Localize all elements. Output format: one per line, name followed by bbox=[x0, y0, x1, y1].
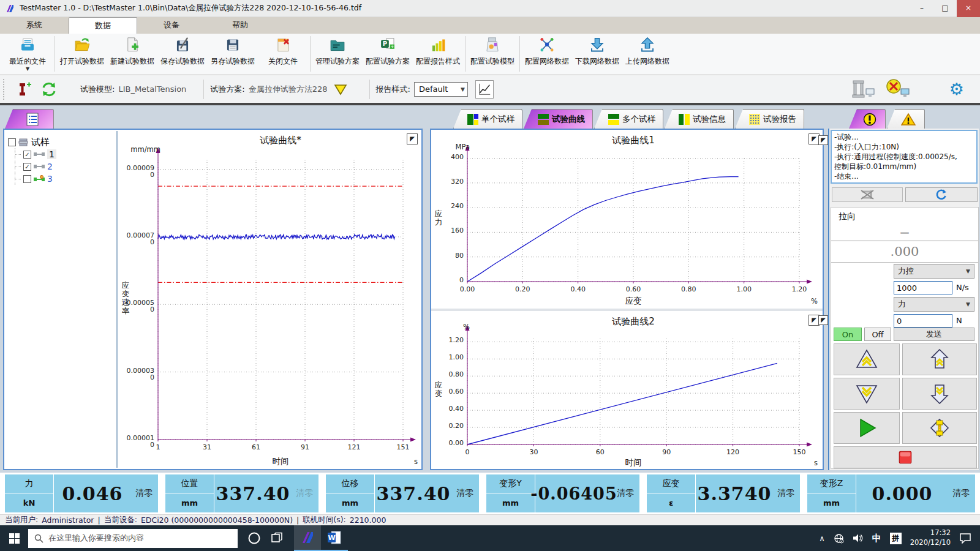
test-info-icon bbox=[679, 114, 690, 125]
fast-down-button[interactable] bbox=[834, 378, 900, 410]
svg-text:1.00: 1.00 bbox=[449, 353, 464, 361]
recent-files-button[interactable]: 最近的文件 ▼ bbox=[2, 34, 53, 74]
search-input[interactable]: 在这里输入你要搜索的内容 bbox=[28, 529, 238, 548]
upload-network-button[interactable]: 上传网络数据 bbox=[622, 34, 673, 74]
alarm-offline-icon[interactable] bbox=[884, 78, 910, 100]
ime-mode-indicator[interactable]: 拼 bbox=[890, 533, 902, 544]
specimen-checkbox[interactable]: ✓ bbox=[23, 163, 31, 171]
target-type-select[interactable]: 力▼ bbox=[894, 297, 974, 312]
clear-button[interactable]: 清零 bbox=[948, 474, 974, 512]
clear-button[interactable]: 清零 bbox=[612, 474, 638, 512]
svg-text:0: 0 bbox=[150, 305, 154, 313]
specimen-checkbox[interactable]: ✓ bbox=[23, 151, 31, 159]
menu-item-data[interactable]: 数据 bbox=[69, 17, 137, 34]
config-model-button[interactable]: 配置试验模型 bbox=[467, 34, 518, 74]
chart-expand-button[interactable]: ◤ bbox=[407, 133, 418, 144]
config-report-button[interactable]: 配置报告样式 bbox=[413, 34, 463, 74]
strain-rate-chart: 13161911211510.0000900.0000700.0000500.0… bbox=[119, 131, 421, 468]
menu-bar: 系统 数据 设备 帮助 bbox=[0, 17, 980, 34]
tree-root[interactable]: 试样 bbox=[8, 136, 114, 148]
readout-unit: ε bbox=[647, 493, 695, 512]
save-as-icon bbox=[224, 36, 242, 56]
start-button[interactable] bbox=[0, 525, 28, 551]
machine-status-icon[interactable] bbox=[851, 80, 875, 99]
tab-test-report[interactable]: 试验报告 bbox=[735, 109, 804, 129]
svg-text:60: 60 bbox=[596, 448, 605, 456]
scheme-value: 金属拉伸试验方法228 bbox=[249, 84, 328, 95]
up-button[interactable] bbox=[902, 343, 977, 375]
ime-language-indicator[interactable]: 中 bbox=[872, 533, 881, 544]
specimen-setup-button[interactable] bbox=[902, 412, 977, 444]
taskbar-app-word[interactable]: W bbox=[321, 525, 348, 551]
close-button[interactable]: × bbox=[957, 0, 980, 17]
task-view-icon[interactable] bbox=[271, 532, 283, 544]
manage-scheme-button[interactable]: 管理试验方案 bbox=[312, 34, 363, 74]
settings-gear-icon[interactable]: ⚙ bbox=[949, 80, 964, 99]
clear-button[interactable]: 清零 bbox=[292, 474, 317, 512]
fast-up-button[interactable] bbox=[834, 343, 900, 375]
collapse-panel-button[interactable]: ◤ bbox=[818, 135, 828, 145]
log-line: 控制目标:0.01mm/mm) bbox=[834, 162, 974, 171]
down-button[interactable] bbox=[902, 378, 977, 410]
report-style-select[interactable]: Default▼ bbox=[414, 82, 468, 97]
config-network-button[interactable]: 配置网络数据 bbox=[522, 34, 572, 74]
collapse-panel-button[interactable]: ◤ bbox=[818, 315, 828, 325]
reconnect-button[interactable] bbox=[905, 187, 978, 202]
specimen-item-3[interactable]: 3 bbox=[15, 173, 114, 185]
save-data-button[interactable]: 保存试验数据 bbox=[157, 34, 208, 74]
add-specimen-icon[interactable] bbox=[15, 81, 31, 97]
menu-item-device[interactable]: 设备 bbox=[137, 17, 206, 34]
stop-button[interactable] bbox=[834, 446, 977, 468]
refresh-icon[interactable] bbox=[41, 81, 57, 97]
open-data-button[interactable]: 打开试验数据 bbox=[57, 34, 107, 74]
svg-text:0.60: 0.60 bbox=[449, 388, 464, 395]
root-checkbox[interactable] bbox=[8, 138, 16, 146]
network-globe-icon[interactable] bbox=[834, 533, 844, 544]
specimen-item-2[interactable]: ✓ 2 bbox=[15, 160, 114, 173]
download-network-button[interactable]: 下载网络数据 bbox=[572, 34, 622, 74]
off-button[interactable]: Off bbox=[864, 328, 891, 341]
tab-single-specimen[interactable]: 单个试样 bbox=[453, 109, 522, 129]
menu-item-help[interactable]: 帮助 bbox=[206, 17, 274, 34]
cortana-icon[interactable] bbox=[247, 531, 261, 545]
svg-text:121: 121 bbox=[348, 443, 361, 451]
save-as-data-button[interactable]: 另存试验数据 bbox=[208, 34, 258, 74]
chevron-down-icon: ▼ bbox=[26, 67, 29, 71]
clamp-disabled-button[interactable] bbox=[832, 187, 903, 202]
notification-center-icon[interactable] bbox=[959, 533, 971, 544]
curve-settings-button[interactable] bbox=[475, 80, 494, 99]
control-mode-select[interactable]: 力控▼ bbox=[894, 264, 974, 279]
maximize-button[interactable]: □ bbox=[933, 0, 957, 17]
menu-item-system[interactable]: 系统 bbox=[0, 17, 69, 34]
clear-button[interactable]: 清零 bbox=[452, 474, 478, 512]
specimen-checkbox[interactable] bbox=[23, 175, 31, 183]
tab-alarms[interactable] bbox=[887, 109, 925, 129]
scheme-warning-icon[interactable] bbox=[334, 83, 347, 96]
specimen-item-1[interactable]: ✓ 1 bbox=[15, 148, 114, 160]
svg-text:0: 0 bbox=[150, 441, 154, 449]
tray-chevron-icon[interactable]: ∧ bbox=[819, 534, 825, 543]
svg-text:320: 320 bbox=[451, 178, 464, 186]
toolbar-grip[interactable] bbox=[3, 79, 7, 100]
taskbar-app-testmaster[interactable] bbox=[294, 525, 321, 551]
on-button[interactable]: On bbox=[834, 328, 862, 341]
taskbar-clock[interactable]: 17:32 2020/12/10 bbox=[910, 528, 951, 547]
tab-test-curves[interactable]: 试验曲线 bbox=[524, 109, 593, 129]
config-scheme-button[interactable]: P 配置试验方案 bbox=[363, 34, 413, 74]
tab-process-log[interactable] bbox=[849, 109, 886, 129]
clear-button[interactable]: 清零 bbox=[131, 474, 157, 512]
new-data-button[interactable]: 新建试验数据 bbox=[107, 34, 157, 74]
send-button[interactable]: 发送 bbox=[894, 328, 974, 341]
splitter[interactable] bbox=[431, 309, 823, 311]
control-mode-value: 力控 bbox=[898, 266, 914, 277]
volume-icon[interactable] bbox=[853, 533, 864, 543]
close-file-button[interactable]: 关闭文件 bbox=[258, 34, 308, 74]
tab-test-info[interactable]: 试验信息 bbox=[665, 109, 734, 129]
tab-specimen-list[interactable] bbox=[5, 109, 54, 129]
target-input[interactable] bbox=[894, 314, 952, 328]
rate-input[interactable] bbox=[894, 281, 952, 294]
tab-multi-specimen[interactable]: 多个试样 bbox=[594, 109, 663, 129]
clear-button[interactable]: 清零 bbox=[773, 474, 799, 512]
minimize-button[interactable]: – bbox=[910, 0, 933, 17]
run-button[interactable] bbox=[834, 412, 900, 444]
